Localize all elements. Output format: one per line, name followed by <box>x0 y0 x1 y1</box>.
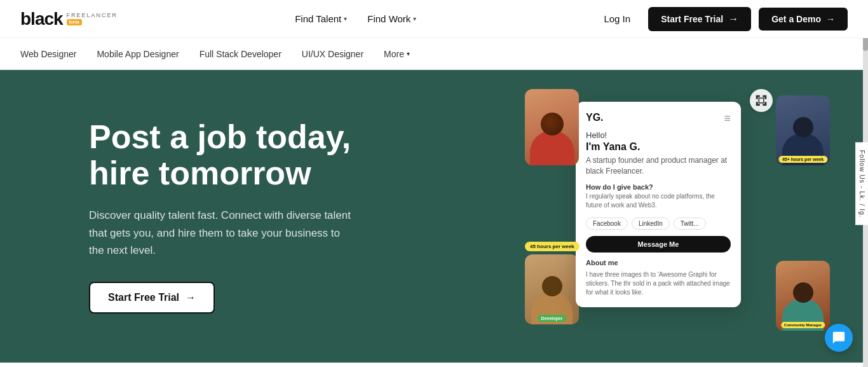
person-image-2: 45+ hours per week <box>776 95 830 165</box>
arrow-right-icon: → <box>826 14 835 24</box>
twitter-button[interactable]: Twitt... <box>674 218 706 230</box>
secondary-nav: Web Designer Mobile App Designer Full St… <box>0 38 868 70</box>
card-header: YG. ≡ <box>586 112 731 125</box>
hero-visual: 45 hours per week YG. ≡ Hello! I'm Yana … <box>525 89 830 343</box>
start-trial-button[interactable]: Start Free Trial → <box>648 7 751 31</box>
arrow-right-icon: → <box>186 292 196 303</box>
login-button[interactable]: Log In <box>593 8 641 29</box>
linkedin-button[interactable]: LinkedIn <box>632 218 670 230</box>
person-image-4: Community Manager <box>776 261 830 331</box>
card-greeting: Hello! <box>586 130 731 140</box>
chevron-down-icon: ▾ <box>413 15 416 22</box>
chat-bubble-button[interactable] <box>825 324 853 352</box>
card-name: I'm Yana G. <box>586 141 731 153</box>
card-about-label: About me <box>586 259 731 267</box>
hero-content: Post a job today, hire tomorrow Discover… <box>89 119 356 314</box>
profile-card: YG. ≡ Hello! I'm Yana G. A startup found… <box>576 102 741 307</box>
hours-badge-2: 45+ hours per week <box>778 156 827 163</box>
more-nav[interactable]: More ▾ <box>384 49 410 59</box>
follow-us-text: Follow Us - Lk. / Ig. <box>855 142 868 225</box>
mobile-app-designer-nav[interactable]: Mobile App Designer <box>97 49 179 59</box>
nav-links: Find Talent ▾ Find Work ▾ <box>295 13 416 24</box>
arrow-right-icon: → <box>728 13 738 25</box>
get-demo-button[interactable]: Get a Demo → <box>759 8 848 31</box>
find-talent-nav[interactable]: Find Talent ▾ <box>295 13 347 24</box>
full-stack-developer-nav[interactable]: Full Stack Developer <box>200 49 281 59</box>
person-image-3: Developer <box>525 254 579 324</box>
logo-divider: FREELANCER beta <box>67 13 118 25</box>
card-menu-icon[interactable]: ≡ <box>724 112 731 125</box>
hero-section: Post a job today, hire tomorrow Discover… <box>0 70 868 363</box>
card-logo: YG. <box>586 112 604 123</box>
developer-badge: Developer <box>538 315 567 322</box>
card-about-text: I have three images th to 'Awesome Graph… <box>586 270 731 297</box>
top-nav: black FREELANCER beta Find Talent ▾ Find… <box>0 0 868 38</box>
find-work-nav[interactable]: Find Work ▾ <box>367 13 416 24</box>
logo-text: black <box>20 9 63 29</box>
person-image-1 <box>525 89 579 165</box>
hero-description: Discover quality talent fast. Connect wi… <box>89 207 356 259</box>
card-give-back-label: How do I give back? <box>586 183 731 191</box>
card-give-back-text: I regularly speak about no code platform… <box>586 192 731 210</box>
card-socials: Facebook LinkedIn Twitt... <box>586 218 731 230</box>
chevron-down-icon: ▾ <box>407 50 410 57</box>
svg-rect-0 <box>759 98 764 103</box>
profile-card-wrapper: 45 hours per week YG. ≡ Hello! I'm Yana … <box>525 89 830 343</box>
web-designer-nav[interactable]: Web Designer <box>20 49 76 59</box>
logo[interactable]: black FREELANCER beta <box>20 9 118 29</box>
scan-icon[interactable] <box>750 89 773 112</box>
community-manager-badge: Community Manager <box>781 322 825 328</box>
message-me-button[interactable]: Message Me <box>586 236 731 253</box>
nav-right: Log In Start Free Trial → Get a Demo → <box>593 7 848 31</box>
beta-badge: beta <box>67 19 82 25</box>
card-role: A startup founder and product manager at… <box>586 155 731 177</box>
facebook-button[interactable]: Facebook <box>586 218 628 230</box>
uiux-designer-nav[interactable]: UI/UX Designer <box>302 49 363 59</box>
hero-title: Post a job today, hire tomorrow <box>89 119 356 191</box>
hours-badge-1: 45 hours per week <box>525 242 580 251</box>
chevron-down-icon: ▾ <box>344 15 347 22</box>
hero-start-trial-button[interactable]: Start Free Trial → <box>89 282 215 314</box>
